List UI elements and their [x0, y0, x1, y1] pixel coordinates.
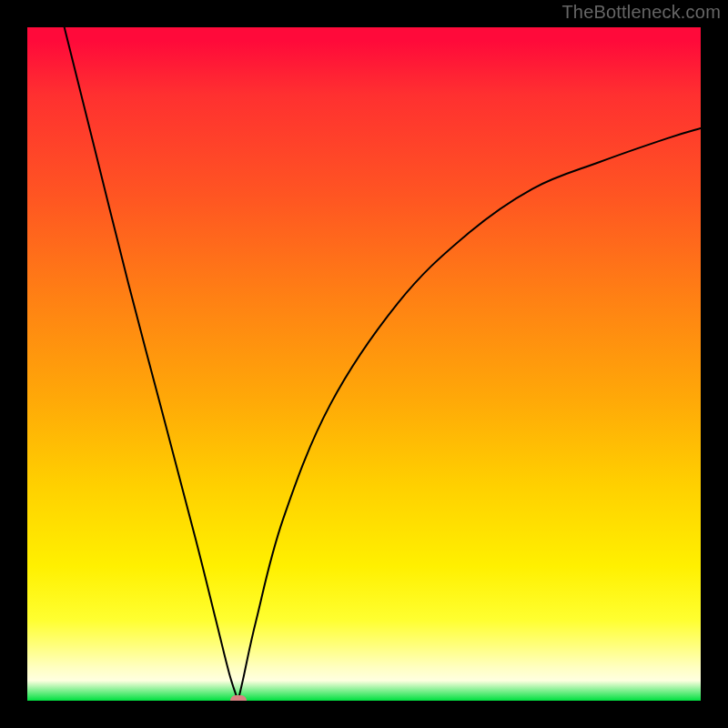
- curve-svg: [27, 27, 701, 701]
- plot-area: [27, 27, 701, 701]
- minimum-marker: [230, 695, 247, 701]
- watermark-text: TheBottleneck.com: [561, 2, 721, 23]
- bottleneck-curve-right: [238, 128, 701, 701]
- bottleneck-curve-left: [65, 27, 238, 701]
- chart-container: TheBottleneck.com: [0, 0, 728, 728]
